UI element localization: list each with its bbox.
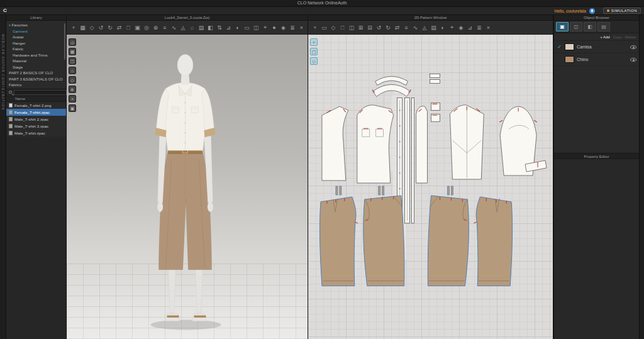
tool-2d-icon[interactable]: ◬: [421, 25, 428, 31]
tool-3d-icon[interactable]: □: [125, 25, 131, 31]
garment-pants-3d[interactable]: [159, 153, 212, 270]
file-list-name-header[interactable]: Name: [6, 96, 66, 102]
pattern-layout[interactable]: [308, 35, 553, 339]
tool-2d-icon[interactable]: ≣: [476, 25, 482, 31]
tool-3d-icon[interactable]: ▣: [135, 25, 141, 31]
view-gizmo-icon[interactable]: ◇: [69, 76, 76, 84]
library-item-hardware-and-trims[interactable]: Hardware and Trims: [6, 52, 66, 58]
view-gizmo-icon[interactable]: ◫: [69, 57, 76, 65]
tool-3d-icon[interactable]: ◈: [280, 25, 287, 31]
scene-2d[interactable]: +▢◇: [308, 35, 553, 339]
account-greeting[interactable]: Hello, couturelala: [555, 9, 586, 13]
tool-2d-icon[interactable]: ⊿: [467, 25, 474, 31]
fabric-swatch[interactable]: [565, 56, 574, 63]
mode-rail-label[interactable]: MODULAR AVATAR CONFIGURATION: [1, 34, 5, 110]
library-item-fabric[interactable]: Fabric: [6, 46, 66, 52]
tool-2d-icon[interactable]: ▭: [321, 25, 328, 31]
tool-3d-icon[interactable]: ⇄: [116, 25, 123, 31]
library-item-stage[interactable]: Stage: [6, 64, 66, 70]
delete-button[interactable]: Delete: [625, 35, 636, 39]
tool-3d-icon[interactable]: ◧: [208, 25, 214, 31]
tool-3d-icon[interactable]: ●: [271, 25, 277, 31]
library-scrollbar[interactable]: [64, 23, 65, 60]
library-item-avatar[interactable]: Avatar: [6, 34, 66, 40]
tool-3d-icon[interactable]: ⊕: [153, 25, 159, 31]
tool-2d-icon[interactable]: ⌖: [449, 24, 455, 31]
tool-3d-icon[interactable]: ▦: [80, 25, 86, 31]
pants-pattern-pieces[interactable]: [319, 196, 512, 286]
file-row[interactable]: Male_T-shirt.zpac: [6, 130, 66, 136]
file-row-selected[interactable]: Female_T-shirt.zpac: [6, 109, 66, 116]
library-item-material[interactable]: Material: [6, 58, 66, 64]
library-item-hanger[interactable]: Hanger: [6, 40, 66, 47]
tool-2d-icon[interactable]: ◐: [440, 25, 446, 31]
tool-2d-icon[interactable]: ∿: [413, 25, 419, 31]
tool-3d-icon[interactable]: +: [70, 25, 77, 31]
object-browser-tab[interactable]: ◫: [570, 22, 582, 31]
view-gizmo-icon[interactable]: ▣: [69, 104, 76, 112]
add-button[interactable]: + Add: [600, 35, 610, 39]
tool-3d-icon[interactable]: ↻: [107, 25, 113, 31]
tool-3d-icon[interactable]: ◇: [89, 25, 95, 31]
tool-2d-icon[interactable]: ↻: [385, 25, 391, 31]
file-row[interactable]: Male_T-shirt 2.zpac: [6, 116, 66, 123]
tool-3d-icon[interactable]: ▤: [198, 25, 204, 31]
library-item-part2-basics[interactable]: PART 2 BASICS OF CLO: [6, 70, 66, 76]
view-gizmo-icon[interactable]: ≡: [69, 95, 76, 103]
view-gizmo-icon[interactable]: ⊕: [69, 86, 76, 93]
tool-3d-icon[interactable]: ◫: [253, 25, 259, 31]
library-item-garment[interactable]: Garment: [6, 28, 66, 35]
expand-arrow-icon[interactable]: ▾: [9, 23, 11, 27]
object-browser-tab[interactable]: ▤: [597, 22, 610, 31]
tool-3d-icon[interactable]: ≣: [289, 25, 296, 31]
scene-3d[interactable]: ◎▦◫⌂◇⊕≡▣: [67, 35, 308, 339]
tool-3d-icon[interactable]: ▭: [244, 25, 250, 31]
fabric-swatch[interactable]: [565, 43, 574, 50]
tool-2d-icon[interactable]: ▤: [431, 25, 437, 31]
tool-3d-icon[interactable]: ◐: [235, 25, 241, 31]
tool-3d-icon[interactable]: ◬: [180, 25, 186, 31]
tool-3d-icon[interactable]: ⇅: [216, 25, 223, 31]
tool-2d-icon[interactable]: ≡: [403, 25, 409, 31]
library-item-favorites[interactable]: ▾ Favorites: [6, 22, 66, 28]
view-gizmo-icon[interactable]: ▦: [69, 48, 76, 55]
file-row[interactable]: Female_T-shirt 2.png: [6, 102, 66, 109]
pattern-tool-icon[interactable]: ▢: [310, 48, 318, 55]
tool-3d-icon[interactable]: ◎: [143, 25, 150, 31]
tool-2d-icon[interactable]: +: [312, 25, 318, 31]
notification-icon[interactable]: [589, 8, 595, 14]
tool-2d-icon[interactable]: ⊞: [358, 25, 364, 31]
object-browser-tab[interactable]: ▣: [556, 22, 569, 31]
copy-button[interactable]: Copy: [613, 35, 622, 39]
tool-2d-icon[interactable]: ◇: [330, 25, 336, 31]
tool-2d-icon[interactable]: ◫: [348, 25, 355, 31]
visibility-eye-icon[interactable]: [630, 45, 636, 49]
library-item-fabrics[interactable]: Fabrics: [6, 82, 66, 88]
simulation-button[interactable]: SIMULATION: [603, 8, 641, 14]
library-search-input[interactable]: [14, 90, 67, 95]
tool-3d-icon[interactable]: ≡: [162, 25, 168, 31]
tool-2d-icon[interactable]: □: [340, 25, 346, 31]
tool-3d-icon[interactable]: ⌖: [262, 24, 269, 31]
tool-3d-icon[interactable]: ⊿: [226, 25, 232, 31]
object-row-chino[interactable]: Chino: [554, 53, 639, 66]
view-gizmo-icon[interactable]: ◎: [69, 38, 76, 46]
file-row[interactable]: Male_T-shirt 3.zpac: [6, 123, 66, 130]
tool-3d-icon[interactable]: ∿: [171, 25, 177, 31]
library-item-part3-essentials[interactable]: PART 3 ESSENTIALS OF CLO: [6, 76, 66, 82]
view-gizmo-icon[interactable]: ⌂: [69, 67, 76, 74]
tool-3d-icon[interactable]: ↺: [98, 25, 104, 31]
tool-2d-icon[interactable]: ↺: [376, 25, 382, 31]
property-editor-header[interactable]: Property Editor: [554, 153, 639, 159]
visibility-eye-icon[interactable]: [630, 58, 636, 62]
tool-2d-icon[interactable]: ⇄: [394, 25, 401, 31]
tool-3d-icon[interactable]: ⌂: [189, 25, 196, 31]
object-row-camisa[interactable]: ✓ Camisa: [554, 41, 639, 53]
object-browser-tab[interactable]: ◧: [584, 22, 596, 31]
tool-3d-icon[interactable]: ×: [299, 25, 305, 31]
avatar-3d[interactable]: [67, 35, 308, 339]
pattern-tool-icon[interactable]: +: [310, 38, 318, 46]
tool-2d-icon[interactable]: ×: [486, 25, 492, 31]
tool-2d-icon[interactable]: ◈: [458, 25, 464, 31]
pattern-tool-icon[interactable]: ◇: [310, 57, 318, 65]
